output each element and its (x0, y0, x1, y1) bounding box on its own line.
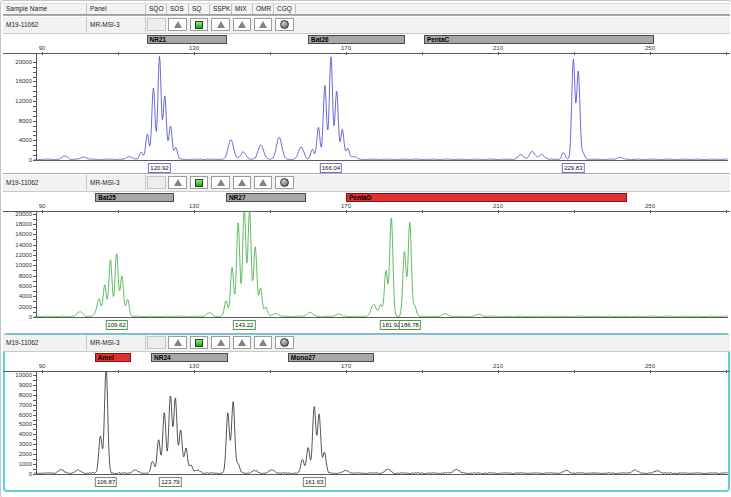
sample-info-row: M19-11062MR-MSI-3 (3, 17, 730, 34)
flag-mix[interactable] (233, 336, 251, 349)
ruler-tick-label: 210 (493, 363, 503, 369)
warning-triangle-icon (217, 339, 225, 346)
peak-size-label[interactable]: 106.87 (95, 477, 117, 487)
marker-label: Bat25 (98, 194, 116, 201)
header-col-mix: MIX (232, 4, 253, 14)
electropherogram-plot[interactable]: 200001600012000800040000 (3, 53, 730, 160)
sqo-flag-cell[interactable] (147, 176, 166, 189)
peak-size-label[interactable]: 161.63 (303, 477, 325, 487)
peak-size-label[interactable]: 186.78 (399, 320, 421, 330)
ruler-tick-label: 170 (341, 203, 351, 209)
ruler-tick-label: 130 (189, 203, 199, 209)
sample-plot-panel[interactable]: M19-11062MR-MSI-3NR21Bat26PentaC90130170… (3, 15, 730, 174)
column-header-row: Sample NamePanelSQOSOSSQSSPKMIXOMRCGQ (3, 3, 730, 15)
warning-triangle-icon (259, 179, 267, 186)
peak-size-label[interactable]: 109.62 (105, 320, 127, 330)
peak-label-row: 120.92166.04229.83 (3, 162, 730, 173)
flag-cgq[interactable] (275, 18, 294, 31)
marker-label: NR21 (150, 36, 167, 43)
sqo-flag-cell[interactable] (147, 18, 166, 31)
marker-label: NR27 (229, 194, 246, 201)
marker-bar-nr21[interactable]: NR21 (147, 35, 228, 44)
ruler-tick-label: 210 (493, 45, 503, 51)
ruler-tick-label: 170 (341, 363, 351, 369)
header-col-cgq: CGQ (274, 4, 296, 14)
ruler-tick-label: 210 (493, 203, 503, 209)
ruler-tick-label: 90 (39, 45, 46, 51)
ruler-tick-label: 130 (189, 363, 199, 369)
y-axis-tick (33, 317, 36, 318)
header-col-sqo: SQO (146, 4, 167, 14)
marker-bar-bat25[interactable]: Bat25 (95, 193, 174, 202)
pass-square-icon (195, 21, 203, 29)
pass-square-icon (195, 179, 203, 187)
sample-name-cell: M19-11062 (3, 175, 87, 190)
electropherogram-plot[interactable]: 2000018000160001400012000100008000600040… (3, 211, 730, 317)
x-baseline (36, 474, 728, 475)
sample-name-cell: M19-11062 (3, 17, 87, 32)
dye-trace (3, 371, 730, 474)
sample-name-cell: M19-11062 (3, 335, 87, 350)
flag-cgq[interactable] (275, 176, 294, 189)
ruler-tick-label: 250 (645, 363, 655, 369)
warning-triangle-icon (217, 179, 225, 186)
marker-bar-pentad[interactable]: PentaD (346, 193, 627, 202)
marker-bar-bat26[interactable]: Bat26 (308, 35, 405, 44)
flag-sspk[interactable] (211, 176, 230, 189)
peak-size-label[interactable]: 166.04 (320, 163, 342, 173)
marker-bar-mono27[interactable]: Mono27 (288, 353, 374, 362)
sqo-flag-cell[interactable] (147, 336, 166, 349)
flag-cgq[interactable] (275, 336, 294, 349)
cgq-sphere-icon (280, 20, 289, 29)
warning-triangle-icon (174, 339, 182, 346)
header-col-omr: OMR (253, 4, 274, 14)
cgq-sphere-icon (280, 178, 289, 187)
x-baseline (36, 160, 728, 161)
flag-sos[interactable] (168, 18, 187, 31)
marker-bar-row: NR21Bat26PentaC (3, 35, 730, 45)
dye-trace (3, 53, 730, 160)
ruler-tick-label: 90 (39, 203, 46, 209)
marker-bar-row: AmelNR24Mono27 (3, 353, 730, 363)
header-col-sos: SOS (167, 4, 189, 14)
electropherogram-plot[interactable]: 1000090008000700060005000400030002000100… (3, 371, 730, 474)
marker-label: PentaD (349, 194, 371, 201)
sample-info-row: M19-11062MR-MSI-3 (3, 335, 730, 352)
warning-triangle-icon (174, 179, 182, 186)
marker-bar-amel[interactable]: Amel (95, 353, 131, 362)
sample-plot-panel[interactable]: M19-11062MR-MSI-3AmelNR24Mono27901301702… (3, 333, 730, 492)
marker-label: NR24 (154, 354, 171, 361)
flag-omr[interactable] (254, 336, 272, 349)
flag-sq[interactable] (190, 18, 208, 31)
panel-name-cell: MR-MSI-3 (87, 335, 146, 350)
peak-size-label[interactable]: 123.79 (159, 477, 181, 487)
peak-label-row: 109.62143.22181.92186.78 (3, 319, 730, 330)
flag-omr[interactable] (254, 18, 272, 31)
pass-square-icon (195, 339, 203, 347)
peak-size-label[interactable]: 120.92 (148, 163, 170, 173)
warning-triangle-icon (238, 179, 246, 186)
y-axis-tick (33, 160, 36, 161)
header-col-sspk: SSPK (210, 4, 232, 14)
marker-bar-nr27[interactable]: NR27 (226, 193, 306, 202)
flag-sq[interactable] (190, 176, 208, 189)
flag-sq[interactable] (190, 336, 208, 349)
flag-sspk[interactable] (211, 336, 230, 349)
sample-plot-panel[interactable]: M19-11062MR-MSI-3Bat25NR27PentaD90130170… (3, 173, 730, 332)
marker-bar-nr24[interactable]: NR24 (151, 353, 228, 362)
flag-mix[interactable] (233, 176, 251, 189)
sample-info-row: M19-11062MR-MSI-3 (3, 175, 730, 192)
marker-bar-pentac[interactable]: PentaC (424, 35, 654, 44)
ruler-tick-label: 170 (341, 45, 351, 51)
flag-omr[interactable] (254, 176, 272, 189)
x-baseline (36, 317, 728, 318)
warning-triangle-icon (259, 21, 267, 28)
flag-sos[interactable] (168, 176, 187, 189)
warning-triangle-icon (174, 21, 182, 28)
peak-size-label[interactable]: 229.83 (562, 163, 584, 173)
marker-label: Bat26 (311, 36, 329, 43)
flag-sos[interactable] (168, 336, 187, 349)
flag-mix[interactable] (233, 18, 251, 31)
flag-sspk[interactable] (211, 18, 230, 31)
peak-size-label[interactable]: 143.22 (233, 320, 255, 330)
